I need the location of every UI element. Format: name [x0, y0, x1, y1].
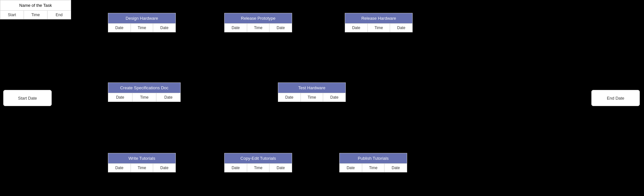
- task-row-release-prototype: DateTimeDate: [225, 23, 292, 32]
- task-row-create-specs: DateTimeDate: [108, 93, 180, 102]
- task-row-write-tutorials: DateTimeDate: [108, 163, 175, 172]
- task-cell-date1-publish-tutorials: Date: [340, 164, 362, 172]
- task-cell-date1-copy-edit-tutorials: Date: [225, 164, 247, 172]
- task-cell-date1-write-tutorials: Date: [108, 164, 131, 172]
- task-header-release-hardware: Release Hardware: [345, 13, 412, 23]
- task-row-publish-tutorials: DateTimeDate: [340, 163, 407, 172]
- task-cell-time-test-hardware: Time: [301, 93, 323, 102]
- task-cell-time-release-hardware: Time: [368, 24, 390, 32]
- task-header-release-prototype: Release Prototype: [225, 13, 292, 23]
- legend-col1: Start: [0, 11, 24, 19]
- task-cell-date2-release-hardware: Date: [390, 24, 412, 32]
- legend-row: Start Time End: [0, 11, 71, 19]
- task-cell-date2-release-prototype: Date: [269, 24, 292, 32]
- task-row-test-hardware: DateTimeDate: [278, 93, 345, 102]
- task-header-write-tutorials: Write Tutorials: [108, 153, 175, 163]
- task-cell-date2-design-hardware: Date: [153, 24, 175, 32]
- task-cell-time-design-hardware: Time: [131, 24, 153, 32]
- task-header-test-hardware: Test Hardware: [278, 83, 345, 93]
- task-card-write-tutorials: Write TutorialsDateTimeDate: [108, 153, 176, 172]
- end-date-label: End Date: [607, 96, 624, 101]
- legend-title: Name of the Task: [0, 0, 71, 11]
- task-card-copy-edit-tutorials: Copy-Edit TutorialsDateTimeDate: [224, 153, 292, 172]
- task-cell-date1-create-specs: Date: [108, 93, 132, 102]
- task-card-release-hardware: Release HardwareDateTimeDate: [345, 13, 413, 32]
- end-date-node: End Date: [591, 90, 640, 106]
- task-card-test-hardware: Test HardwareDateTimeDate: [278, 82, 346, 102]
- task-header-create-specs: Create Specifications Doc: [108, 83, 180, 93]
- task-cell-time-release-prototype: Time: [247, 24, 270, 32]
- task-cell-date2-write-tutorials: Date: [153, 164, 175, 172]
- legend-col3: End: [48, 11, 71, 19]
- task-card-create-specs: Create Specifications DocDateTimeDate: [108, 82, 181, 102]
- start-date-label: Start Date: [18, 96, 37, 101]
- task-header-copy-edit-tutorials: Copy-Edit Tutorials: [225, 153, 292, 163]
- task-cell-time-create-specs: Time: [132, 93, 157, 102]
- task-card-publish-tutorials: Publish TutorialsDateTimeDate: [339, 153, 407, 172]
- task-cell-date2-copy-edit-tutorials: Date: [269, 164, 292, 172]
- task-cell-date1-release-hardware: Date: [345, 24, 368, 32]
- task-row-release-hardware: DateTimeDate: [345, 23, 412, 32]
- task-cell-time-publish-tutorials: Time: [362, 164, 385, 172]
- task-card-release-prototype: Release PrototypeDateTimeDate: [224, 13, 292, 32]
- task-cell-date2-publish-tutorials: Date: [385, 164, 407, 172]
- task-cell-time-copy-edit-tutorials: Time: [247, 164, 270, 172]
- task-card-design-hardware: Design HardwareDateTimeDate: [108, 13, 176, 32]
- task-cell-date2-test-hardware: Date: [323, 93, 345, 102]
- task-header-publish-tutorials: Publish Tutorials: [340, 153, 407, 163]
- task-header-design-hardware: Design Hardware: [108, 13, 175, 23]
- task-row-copy-edit-tutorials: DateTimeDate: [225, 163, 292, 172]
- task-cell-date1-design-hardware: Date: [108, 24, 131, 32]
- task-cell-time-write-tutorials: Time: [131, 164, 153, 172]
- legend-col2: Time: [24, 11, 48, 19]
- task-cell-date2-create-specs: Date: [156, 93, 180, 102]
- task-row-design-hardware: DateTimeDate: [108, 23, 175, 32]
- start-date-node: Start Date: [3, 90, 52, 106]
- legend-card: Name of the Task Start Time End: [0, 0, 71, 19]
- task-cell-date1-test-hardware: Date: [278, 93, 301, 102]
- task-cell-date1-release-prototype: Date: [225, 24, 247, 32]
